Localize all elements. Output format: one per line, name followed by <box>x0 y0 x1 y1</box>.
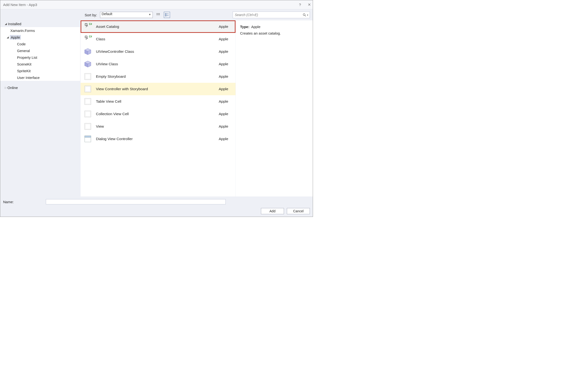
sort-value: Default <box>102 12 112 16</box>
search-dropdown-icon[interactable]: ▾ <box>307 14 308 16</box>
template-label: Dialog View Controller <box>96 137 215 141</box>
template-label: Asset Catalog <box>96 25 215 29</box>
name-input[interactable] <box>46 199 226 204</box>
svg-text:C#: C# <box>89 35 92 38</box>
class-icon: C# <box>83 34 93 44</box>
list-icon <box>165 13 169 17</box>
chevron-down-icon: ◢ <box>6 36 9 39</box>
chevron-down-icon: ▼ <box>149 13 151 16</box>
sidebar-item-label: Code <box>17 42 26 46</box>
sidebar-label: Online <box>7 86 18 90</box>
body: ◢ Installed Xamarin.Forms ◢ Apple Code <box>0 20 313 196</box>
template-row-tableviewcell[interactable]: Table View Cell Apple <box>81 95 235 108</box>
chevron-right-icon: ▷ <box>4 86 7 89</box>
svg-rect-6 <box>165 14 166 14</box>
titlebar: Add New Item - App3 ? ✕ <box>0 0 313 9</box>
detail-type-label: Type: <box>240 25 249 29</box>
sidebar: ◢ Installed Xamarin.Forms ◢ Apple Code <box>0 20 81 196</box>
template-category: Apple <box>219 25 231 29</box>
sidebar-item-label: Property List <box>17 56 37 59</box>
svg-rect-8 <box>165 15 166 16</box>
detail-pane: Type: Apple Creates an asset catalog. <box>235 20 313 196</box>
svg-rect-1 <box>158 13 159 14</box>
button-row: Add Cancel <box>3 208 310 214</box>
svg-rect-3 <box>157 14 157 15</box>
template-category: Apple <box>219 74 231 79</box>
template-category: Apple <box>219 112 231 116</box>
cancel-button[interactable]: Cancel <box>287 208 310 214</box>
storyboard-icon <box>83 84 93 94</box>
sidebar-label: Installed <box>8 22 21 26</box>
sort-dropdown[interactable]: Default ▼ <box>100 12 153 18</box>
dialog-window: Add New Item - App3 ? ✕ Sort by: Default… <box>0 0 313 217</box>
help-icon[interactable]: ? <box>299 3 301 7</box>
name-row: Name: <box>3 199 310 205</box>
name-label: Name: <box>3 200 41 204</box>
view-small-icons-button[interactable] <box>155 12 161 18</box>
svg-rect-20 <box>85 73 91 80</box>
storyboard-icon <box>83 122 93 131</box>
svg-rect-26 <box>85 111 91 117</box>
template-label: Table View Cell <box>96 99 215 104</box>
sidebar-tree: ◢ Installed Xamarin.Forms ◢ Apple Code <box>0 20 81 92</box>
svg-rect-24 <box>85 98 91 105</box>
template-row-empty-storyboard[interactable]: Empty Storyboard Apple <box>81 70 235 83</box>
svg-rect-0 <box>157 13 157 14</box>
sidebar-item-label: General <box>17 49 30 53</box>
sidebar-item-spritekit[interactable]: SpriteKit <box>0 67 80 74</box>
sortby-label: Sort by: <box>85 13 97 17</box>
detail-type-value: Apple <box>251 25 260 29</box>
sidebar-item-label: Apple <box>10 35 21 40</box>
template-label: UIViewController Class <box>96 49 215 54</box>
sidebar-item-general[interactable]: General <box>0 47 80 54</box>
sidebar-item-xamarin-forms[interactable]: Xamarin.Forms <box>0 27 80 34</box>
sidebar-item-scenekit[interactable]: SceneKit <box>0 61 80 67</box>
sidebar-item-user-interface[interactable]: User Interface <box>0 74 80 81</box>
template-category: Apple <box>219 124 231 129</box>
svg-rect-28 <box>85 123 91 129</box>
svg-rect-2 <box>159 13 160 14</box>
storyboard-icon <box>83 72 93 81</box>
grid-small-icon <box>156 13 160 17</box>
template-category: Apple <box>219 87 231 91</box>
svg-rect-4 <box>158 14 159 15</box>
template-category: Apple <box>219 99 231 104</box>
sidebar-item-code[interactable]: Code <box>0 41 80 47</box>
search-icon <box>303 13 306 16</box>
bottom-bar: Name: Add Cancel <box>0 196 313 217</box>
template-row-dialog-vc[interactable]: Dialog View Controller Apple <box>81 133 235 145</box>
chevron-down-icon: ◢ <box>4 22 7 26</box>
view-list-button[interactable] <box>164 12 170 18</box>
close-icon[interactable]: ✕ <box>308 2 311 7</box>
template-row-view[interactable]: View Apple <box>81 120 235 133</box>
toolbar: Sort by: Default ▼ ▾ <box>0 9 313 20</box>
sidebar-item-apple[interactable]: ◢ Apple <box>0 34 80 41</box>
window-title: Add New Item - App3 <box>3 3 37 7</box>
window-icon <box>83 134 93 144</box>
sidebar-node-installed[interactable]: ◢ Installed <box>0 20 81 27</box>
sidebar-installed-children: Xamarin.Forms ◢ Apple Code General Prope… <box>0 27 80 81</box>
cube-icon <box>83 47 93 56</box>
sidebar-node-online[interactable]: ▷ Online <box>0 84 81 91</box>
search-input[interactable] <box>235 13 303 17</box>
template-row-collectionviewcell[interactable]: Collection View Cell Apple <box>81 108 235 120</box>
storyboard-icon <box>83 97 93 106</box>
template-row-viewcontroller-storyboard[interactable]: View Controller with Storyboard Apple <box>81 83 235 95</box>
detail-description: Creates an asset catalog. <box>240 31 308 35</box>
template-category: Apple <box>219 137 231 141</box>
template-row-uiview[interactable]: UIView Class Apple <box>81 58 235 70</box>
asset-catalog-icon: C# <box>83 22 93 31</box>
template-category: Apple <box>219 62 231 66</box>
search-box[interactable]: ▾ <box>233 12 310 18</box>
add-button[interactable]: Add <box>261 208 284 214</box>
template-label: Class <box>96 37 215 41</box>
cube-icon <box>83 59 93 69</box>
svg-line-11 <box>305 15 306 16</box>
template-row-uiviewcontroller[interactable]: UIViewController Class Apple <box>81 45 235 58</box>
titlebar-controls: ? ✕ <box>299 2 311 7</box>
template-row-asset-catalog[interactable]: C# Asset Catalog Apple <box>81 20 235 33</box>
template-list: C# Asset Catalog Apple C# Class Apple UI… <box>81 20 235 196</box>
sidebar-item-label: SpriteKit <box>17 69 31 73</box>
template-row-class[interactable]: C# Class Apple <box>81 33 235 45</box>
sidebar-item-property-list[interactable]: Property List <box>0 54 80 61</box>
